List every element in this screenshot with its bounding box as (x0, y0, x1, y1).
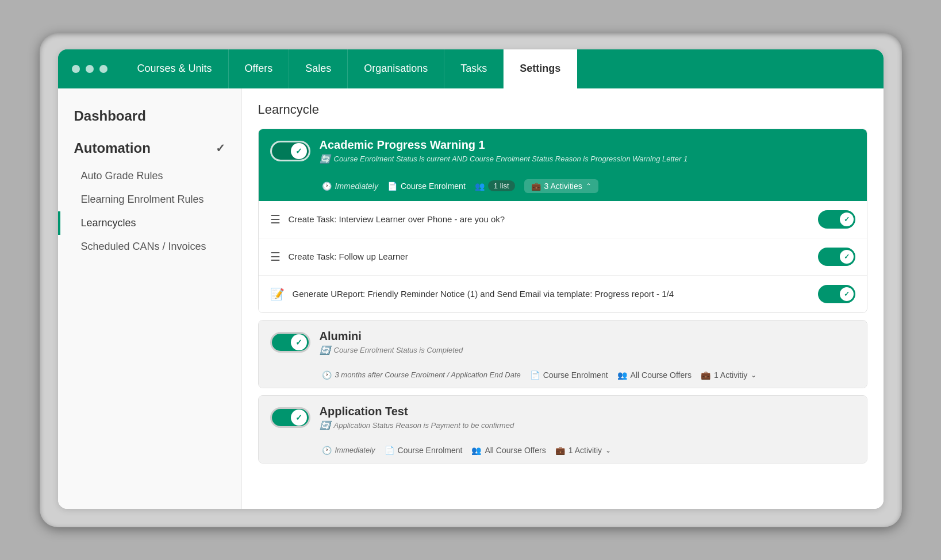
dot-3 (99, 65, 107, 73)
card-condition-apptest: 🔄 Application Status Reason is Payment t… (320, 420, 855, 431)
card-condition-apw1: 🔄 Course Enrolment Status is current AND… (320, 154, 855, 164)
activity-toggle-0[interactable]: ✓ (818, 210, 855, 229)
activity-text-0: Create Task: Interview Learner over Phon… (289, 214, 810, 224)
meta-timing-apptest: 🕐 Immediately (322, 446, 375, 455)
meta-audience-alumini: 👥 All Course Offers (617, 370, 692, 380)
people-icon-apw1: 👥 (475, 181, 485, 191)
learncycle-card-alumini: ✓ Alumini 🔄 Course Enrolment Status is C… (258, 320, 867, 388)
tab-organisations[interactable]: Organisations (348, 49, 444, 88)
meta-timing-alumini: 🕐 3 months after Course Enrolment / Appl… (322, 370, 521, 380)
briefcase-icon-alumini: 💼 (701, 370, 710, 380)
meta-audience-apw1: 👥 1 list (475, 180, 515, 191)
activity-text-1: Create Task: Follow up Learner (289, 252, 810, 261)
meta-audience-apptest: 👥 All Course Offers (471, 446, 546, 455)
nav-tabs: Courses & Units Offers Sales Organisatio… (121, 49, 884, 88)
card-condition-alumini: 🔄 Course Enrolment Status is Completed (320, 345, 855, 356)
sidebar-item-dashboard[interactable]: Dashboard (58, 100, 241, 132)
chevron-down-icon-alumini[interactable]: ⌄ (751, 371, 756, 379)
tab-sales[interactable]: Sales (289, 49, 348, 88)
top-bar: Courses & Units Offers Sales Organisatio… (58, 49, 884, 88)
chevron-down-icon: ✓ (216, 141, 225, 155)
activity-item-1: ☰ Create Task: Follow up Learner ✓ (259, 238, 867, 276)
dot-2 (86, 65, 94, 73)
task-icon-0: ☰ (270, 213, 281, 226)
content-area: Learncycle ✓ Academic Progress Warning 1… (242, 88, 884, 509)
clock-icon-apptest: 🕐 (322, 446, 332, 455)
sidebar-item-learncycles[interactable]: Learncycles (58, 211, 241, 235)
tab-settings[interactable]: Settings (504, 49, 577, 88)
card-meta-apw1: 🕐 Immediately 📄 Course Enrolment 👥 1 lis… (259, 173, 867, 201)
device-frame: Courses & Units Offers Sales Organisatio… (40, 33, 902, 527)
app-window: Courses & Units Offers Sales Organisatio… (58, 49, 884, 509)
card-header-alumini: ✓ Alumini 🔄 Course Enrolment Status is C… (259, 320, 867, 365)
activity-item-2: 📝 Generate UReport: Friendly Reminder No… (259, 276, 867, 312)
tab-tasks[interactable]: Tasks (444, 49, 504, 88)
sidebar-item-auto-grade[interactable]: Auto Grade Rules (58, 164, 241, 188)
chevron-up-icon-apw1: ⌃ (586, 182, 592, 190)
doc-icon-apptest: 📄 (385, 446, 394, 455)
sync-icon-alumini: 🔄 (320, 345, 331, 356)
page-title: Learncycle (258, 102, 867, 117)
people-icon-apptest: 👥 (471, 446, 481, 455)
card-title-alumini: Alumini (320, 330, 855, 343)
chevron-down-icon-apptest[interactable]: ⌄ (605, 446, 611, 454)
card-title-apptest: Application Test (320, 405, 855, 418)
card-meta-apptest: 🕐 Immediately 📄 Course Enrolment 👥 All C… (259, 440, 867, 463)
sync-icon-apptest: 🔄 (320, 420, 331, 431)
learncycle-card-apw1: ✓ Academic Progress Warning 1 🔄 Course E… (258, 129, 867, 313)
activities-btn-apw1[interactable]: 💼 3 Activities ⌃ (524, 179, 598, 193)
card-header-apw1: ✓ Academic Progress Warning 1 🔄 Course E… (259, 129, 867, 173)
briefcase-icon-apptest: 💼 (555, 446, 565, 455)
sidebar-item-elearning[interactable]: Elearning Enrolment Rules (58, 188, 241, 211)
meta-activities-apptest: 💼 1 Activitiy ⌄ (555, 446, 611, 455)
toggle-alumini[interactable]: ✓ (270, 332, 310, 353)
main-area: Dashboard Automation ✓ Auto Grade Rules … (58, 88, 884, 509)
tab-courses-units[interactable]: Courses & Units (121, 49, 229, 88)
briefcase-icon-apw1: 💼 (531, 181, 541, 191)
toggle-apptest[interactable]: ✓ (270, 407, 310, 428)
card-info-alumini: Alumini 🔄 Course Enrolment Status is Com… (320, 330, 855, 356)
activity-toggle-1[interactable]: ✓ (818, 248, 855, 266)
card-meta-alumini: 🕐 3 months after Course Enrolment / Appl… (259, 365, 867, 388)
meta-entity-apw1: 📄 Course Enrolment (387, 181, 466, 191)
clock-icon-apw1: 🕐 (322, 181, 332, 191)
activity-item-0: ☰ Create Task: Interview Learner over Ph… (259, 201, 867, 238)
sidebar-item-automation[interactable]: Automation ✓ (58, 132, 241, 164)
dot-1 (72, 65, 80, 73)
sync-icon-apw1: 🔄 (320, 154, 331, 164)
toggle-apw1[interactable]: ✓ (270, 141, 310, 161)
expanded-activities-apw1: ☰ Create Task: Interview Learner over Ph… (259, 201, 867, 312)
meta-entity-apptest: 📄 Course Enrolment (385, 446, 463, 455)
window-controls (58, 49, 121, 88)
tab-offers[interactable]: Offers (229, 49, 290, 88)
activity-toggle-2[interactable]: ✓ (818, 285, 855, 303)
learncycle-card-apptest: ✓ Application Test 🔄 Application Status … (258, 395, 867, 464)
doc-icon-alumini: 📄 (530, 370, 540, 380)
card-title-apw1: Academic Progress Warning 1 (320, 138, 855, 152)
clock-icon-alumini: 🕐 (322, 370, 332, 380)
meta-activities-alumini: 💼 1 Activitiy ⌄ (701, 370, 756, 380)
doc-icon-apw1: 📄 (387, 181, 397, 191)
audience-badge-apw1: 1 list (488, 180, 515, 191)
card-info-apw1: Academic Progress Warning 1 🔄 Course Enr… (320, 138, 855, 164)
sidebar: Dashboard Automation ✓ Auto Grade Rules … (58, 88, 242, 509)
sidebar-item-scheduled-cans[interactable]: Scheduled CANs / Invoices (58, 235, 241, 258)
task-icon-1: ☰ (270, 250, 281, 264)
card-header-apptest: ✓ Application Test 🔄 Application Status … (259, 396, 867, 440)
card-info-apptest: Application Test 🔄 Application Status Re… (320, 405, 855, 431)
activity-text-2: Generate UReport: Friendly Reminder Noti… (293, 289, 810, 299)
meta-timing-apw1: 🕐 Immediately (322, 181, 378, 191)
gen-icon-2: 📝 (270, 287, 285, 301)
meta-entity-alumini: 📄 Course Enrolment (530, 370, 608, 380)
people-icon-alumini: 👥 (617, 370, 627, 380)
